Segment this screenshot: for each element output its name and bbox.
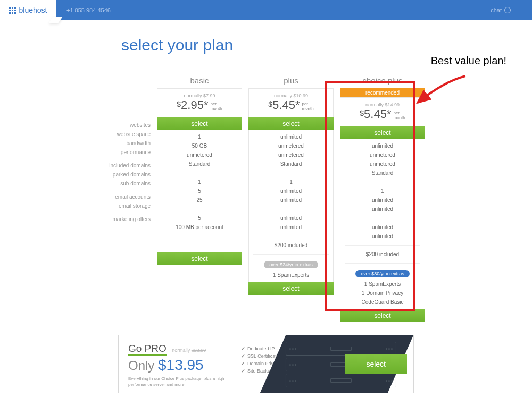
chat-label: chat <box>491 7 502 13</box>
label-bandwidth: bandwidth <box>82 139 151 148</box>
select-button-bottom[interactable]: select <box>340 309 425 322</box>
label-websites: websites <box>82 121 151 130</box>
phone-number[interactable]: +1 855 984 4546 <box>66 7 111 13</box>
pro-select-button[interactable]: select <box>345 354 407 374</box>
check-icon: ✔ <box>241 368 245 374</box>
chat-icon <box>504 7 511 13</box>
check-icon: ✔ <box>241 353 245 359</box>
pro-title: Go PRO <box>128 343 167 356</box>
select-button[interactable]: select <box>248 117 334 130</box>
label-included-domains: included domains <box>82 161 151 170</box>
top-bar: bluehost +1 855 984 4546 chat <box>0 0 532 20</box>
pro-plan-card: Go PRO normally $23.99 Only $13.95 Every… <box>118 335 414 393</box>
plan-plus: plus normally $10.99 $5.45*permonth sele… <box>248 73 334 295</box>
label-marketing-offers: marketing offers <box>82 215 151 224</box>
extras-pill: over $80/yr in extras <box>355 270 410 277</box>
price: $2.95*permonth <box>177 98 222 112</box>
label-email-storage: email storage <box>82 201 151 210</box>
select-button[interactable]: select <box>340 126 425 139</box>
arrow-icon <box>407 73 471 116</box>
price-box: normally $7.99 $2.95*permonth <box>157 88 242 117</box>
check-icon: ✔ <box>241 346 245 351</box>
logo-grid-icon <box>9 7 16 14</box>
label-sub-domains: sub domains <box>82 179 151 188</box>
brand-name: bluehost <box>19 6 47 14</box>
extras-pill: over $24/yr in extras <box>264 261 318 268</box>
chat-link[interactable]: chat <box>491 7 511 13</box>
check-icon: ✔ <box>241 361 245 366</box>
plan-basic: basic normally $7.99 $2.95*permonth sele… <box>157 73 242 265</box>
feature-labels-column: websites website space bandwidth perform… <box>82 73 157 224</box>
pro-description: Everything in our Choice Plus package, p… <box>128 376 231 387</box>
select-button-bottom[interactable]: select <box>248 282 334 295</box>
plan-name: plus <box>248 73 334 88</box>
pro-price: $13.95 <box>158 357 204 373</box>
select-button-bottom[interactable]: select <box>157 252 242 265</box>
plan-name: basic <box>157 73 242 88</box>
select-button[interactable]: select <box>157 117 242 130</box>
label-website-space: website space <box>82 130 151 139</box>
label-email-accounts: email accounts <box>82 192 151 201</box>
label-performance: performance <box>82 148 151 157</box>
page-title: select your plan <box>121 36 532 54</box>
label-parked-domains: parked domains <box>82 170 151 179</box>
annotation-best-value: Best value plan! <box>431 55 506 67</box>
brand-logo[interactable]: bluehost <box>0 0 56 20</box>
